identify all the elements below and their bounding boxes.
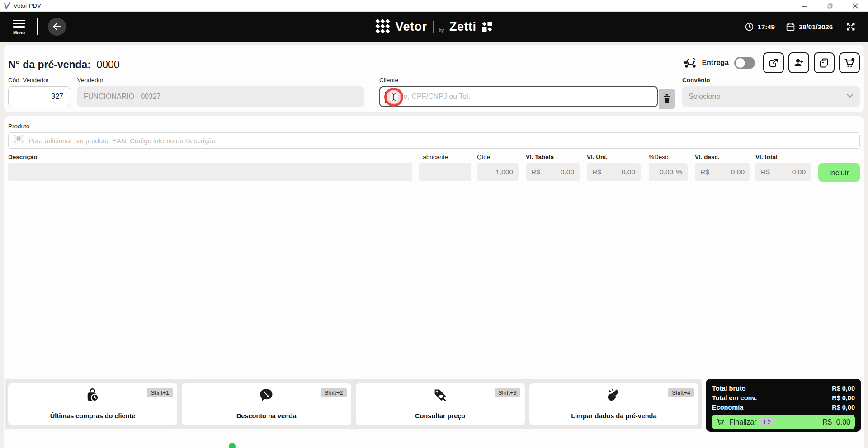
vendedor-field: Vendedor FUNCIONARIO - 00327 xyxy=(77,77,364,107)
produto-label: Produto xyxy=(8,123,860,130)
menu-label: Menu xyxy=(13,30,25,35)
pdesc-label: %Desc. xyxy=(649,154,688,160)
hamburger-icon xyxy=(13,18,25,29)
presale-label: N° da pré-venda: xyxy=(8,59,91,70)
fullscreen-icon xyxy=(845,21,856,32)
total-label: Total em conv. xyxy=(712,393,757,403)
vl-uni-value: R$ 0,00 xyxy=(587,163,641,181)
currency-symbol: R$ xyxy=(592,168,601,176)
shortcut-consultar-preco[interactable]: Shift+3 Consultar preço xyxy=(356,383,525,425)
brand-by: by xyxy=(439,28,444,33)
bag-clock-icon xyxy=(85,388,100,404)
convenio-label: Convênio xyxy=(682,77,860,84)
descricao-value xyxy=(8,163,412,181)
zetti-mark-icon xyxy=(481,20,494,33)
cod-vendedor-label: Cód. Vendedor xyxy=(8,77,70,84)
qtde-field: Qtde 1,000 xyxy=(477,154,519,181)
brand-company: Zetti xyxy=(449,20,476,34)
fabricante-label: Fabricante xyxy=(419,154,471,160)
shortcut-limpar-dados[interactable]: Shift+4 Limpar dados da pré-venda xyxy=(529,383,698,425)
discount-bubble-icon xyxy=(259,388,274,404)
qtde-label: Qtde xyxy=(477,154,519,160)
vl-desc-field: Vl. desc. R$ 0,00 xyxy=(695,154,750,181)
vl-total-label: Vl. total xyxy=(755,154,811,160)
cliente-label: Cliente xyxy=(379,77,658,84)
finalizar-key-badge: F2 xyxy=(760,418,774,426)
restore-icon[interactable] xyxy=(817,0,843,11)
qtde-value: 1,000 xyxy=(477,163,519,181)
vl-tabela-label: Vl. Tabela xyxy=(526,154,580,160)
convenio-select[interactable]: Selecione xyxy=(682,86,860,107)
clear-cliente-button[interactable] xyxy=(659,89,675,109)
copy-icon xyxy=(819,57,830,68)
close-icon[interactable] xyxy=(843,0,868,11)
total-label: Economia xyxy=(712,403,743,412)
clock-icon xyxy=(745,22,754,32)
shortcut-key-badge: Shift+2 xyxy=(321,388,347,397)
trash-icon xyxy=(662,94,671,104)
finalizar-label: Finalizar xyxy=(729,418,756,426)
descricao-label: Descrição xyxy=(8,154,412,160)
total-value: R$ 0,00 xyxy=(832,393,855,403)
toggle-knob xyxy=(736,58,745,68)
cart-button[interactable] xyxy=(839,52,860,73)
price-tag-search-icon xyxy=(433,388,448,404)
amount: 0,00 xyxy=(731,168,745,176)
window-controls xyxy=(792,0,868,11)
shortcut-desconto[interactable]: Shift+2 Desconto na venda xyxy=(182,383,351,425)
total-value: R$ 0,00 xyxy=(832,403,855,412)
currency-symbol: R$ xyxy=(700,168,709,176)
share-button[interactable] xyxy=(763,52,784,73)
shortcut-key-badge: Shift+1 xyxy=(147,388,173,397)
shortcut-key-badge: Shift+4 xyxy=(668,388,694,397)
cart-icon xyxy=(717,418,725,426)
menu-button[interactable]: Menu xyxy=(9,18,29,35)
app-header: Menu Vetor by Zetti xyxy=(0,12,868,42)
header-date: 28/01/2026 xyxy=(799,23,833,31)
copy-button[interactable] xyxy=(814,52,835,73)
delivery-scooter-icon xyxy=(684,57,697,69)
currency-symbol: R$ xyxy=(761,168,770,176)
currency-symbol: R$ xyxy=(531,168,540,176)
convenio-field: Convênio Selecione xyxy=(682,77,860,107)
convenio-placeholder: Selecione xyxy=(689,93,720,101)
finalizar-value: R$ 0,00 xyxy=(822,418,850,426)
minimize-icon[interactable] xyxy=(792,0,817,11)
presale-number: 0000 xyxy=(96,59,119,70)
shortcut-label: Limpar dados da pré-venda xyxy=(529,412,698,420)
incluir-button[interactable]: Incluir xyxy=(818,163,860,182)
produto-field: Produto xyxy=(8,123,860,149)
totals-panel: Total bruto R$ 0,00 Total em conv. R$ 0,… xyxy=(706,379,861,432)
amount: 0,00 xyxy=(836,418,850,426)
cod-vendedor-input[interactable] xyxy=(8,86,70,107)
presale-actions: Entrega xyxy=(684,51,860,74)
produto-input[interactable] xyxy=(8,132,860,149)
calendar-icon xyxy=(786,22,795,32)
vl-tabela-value: R$ 0,00 xyxy=(526,163,580,181)
fabricante-field: Fabricante xyxy=(419,154,471,181)
vl-uni-field: Vl. Uni. R$ 0,00 xyxy=(587,154,641,181)
amount: 0,00 xyxy=(660,168,673,176)
back-arrow-icon xyxy=(52,22,62,32)
fullscreen-button[interactable] xyxy=(843,21,859,33)
fabricante-value xyxy=(419,163,471,181)
entrega-toggle[interactable] xyxy=(734,57,755,69)
vetor-diamond-grid-icon xyxy=(374,19,391,35)
pdesc-value: 0,00 % xyxy=(649,163,688,181)
economia-row: Economia R$ 0,00 xyxy=(712,403,855,412)
finalizar-button[interactable]: Finalizar F2 R$ 0,00 xyxy=(712,415,855,429)
cliente-input[interactable] xyxy=(379,86,658,107)
shortcut-key-badge: Shift+3 xyxy=(495,388,520,397)
back-button[interactable] xyxy=(48,18,66,36)
add-client-button[interactable] xyxy=(788,52,809,73)
shortcut-ultimas-compras[interactable]: Shift+1 Últimas compras do cliente xyxy=(8,383,177,425)
shortcut-label: Consultar preço xyxy=(356,412,525,420)
vl-desc-label: Vl. desc. xyxy=(695,154,750,160)
shortcut-panel: Shift+1 Últimas compras do cliente Shift… xyxy=(5,379,702,429)
total-bruto-row: Total bruto R$ 0,00 xyxy=(712,384,855,393)
header-clock-area: 17:49 28/01/2026 xyxy=(745,21,859,33)
vl-total-value: R$ 0,00 xyxy=(755,163,811,181)
cliente-field: Cliente xyxy=(379,77,658,107)
currency-symbol: R$ xyxy=(822,418,831,426)
app-logo-v-icon xyxy=(3,2,11,10)
